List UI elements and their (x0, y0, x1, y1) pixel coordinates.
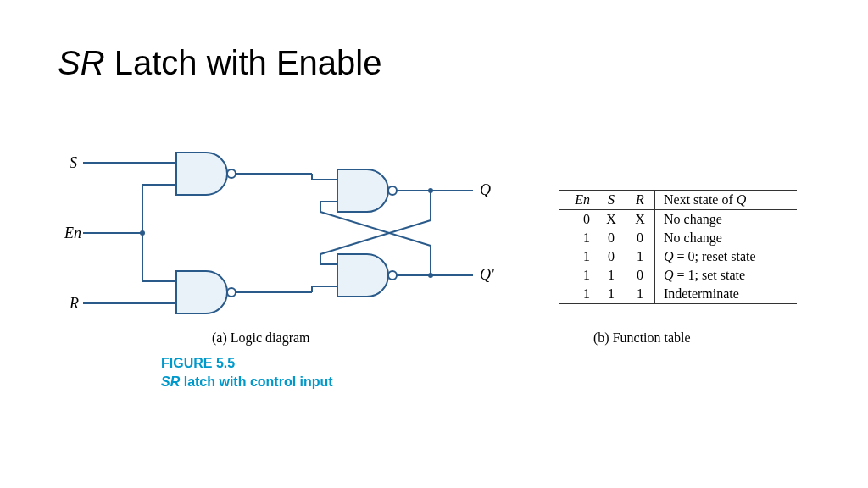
caption-b: (b) Function table (593, 330, 691, 346)
label-s: S (70, 154, 77, 171)
label-en: En (64, 225, 81, 241)
figure-title: SR latch with control input (161, 374, 333, 390)
table-row: 0 X X No change (559, 210, 797, 230)
svg-line-23 (320, 212, 431, 246)
table-body: 0 X X No change 1 0 0 No change 1 0 1 Q … (559, 210, 797, 304)
title-rest: Latch with Enable (105, 44, 382, 81)
title-prefix: SR (58, 44, 105, 81)
nand-gate-icon (337, 169, 397, 212)
svg-point-28 (428, 273, 433, 278)
svg-point-27 (428, 188, 433, 193)
nand-gate-icon (176, 152, 236, 195)
nand-gate-icon (337, 254, 397, 297)
svg-point-1 (227, 288, 236, 297)
header-r: R (626, 191, 655, 210)
sr-latch-svg: S En R Q Q' (58, 144, 515, 339)
label-q: Q (480, 181, 491, 198)
table-row: 1 0 1 Q = 0; reset state (559, 247, 797, 266)
caption-a: (a) Logic diagram (212, 330, 310, 346)
slide: SR Latch with Enable (0, 0, 868, 488)
header-next: Next state of Q (655, 191, 798, 210)
svg-point-2 (388, 186, 397, 195)
table-row: 1 1 0 Q = 1; set state (559, 266, 797, 285)
nand-gate-icon (176, 271, 236, 313)
figure-title-rest: latch with control input (180, 374, 332, 389)
label-r: R (69, 295, 79, 312)
table-row: 1 0 0 No change (559, 229, 797, 247)
table-row: 1 1 1 Indeterminate (559, 285, 797, 304)
svg-point-26 (140, 230, 145, 236)
table-header-row: En S R Next state of Q (559, 191, 797, 210)
svg-line-19 (320, 220, 431, 254)
header-s: S (597, 191, 626, 210)
function-table-area: En S R Next state of Q 0 X X No change 1… (559, 190, 797, 304)
figure-title-prefix: SR (161, 374, 180, 389)
svg-point-3 (388, 271, 397, 280)
page-title: SR Latch with Enable (58, 44, 381, 82)
svg-point-0 (227, 169, 236, 178)
function-table: En S R Next state of Q 0 X X No change 1… (559, 190, 797, 304)
label-qprime: Q' (480, 266, 495, 283)
header-en: En (559, 191, 597, 210)
figure-number: FIGURE 5.5 (161, 356, 235, 371)
logic-diagram: S En R Q Q' (58, 144, 515, 398)
